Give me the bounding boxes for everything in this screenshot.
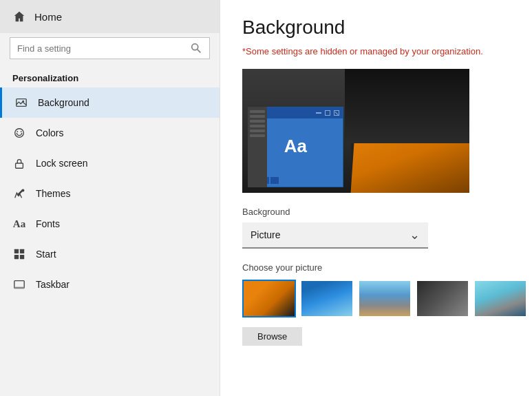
sidebar-item-lockscreen-label: Lock screen: [36, 158, 87, 169]
svg-point-3: [22, 101, 24, 103]
themes-icon: [12, 187, 26, 200]
svg-point-4: [15, 129, 24, 138]
sidebar-item-taskbar-label: Taskbar: [36, 279, 70, 290]
picture-grid: [242, 280, 510, 317]
sidebar-item-taskbar[interactable]: Taskbar: [0, 269, 220, 300]
search-icon: [190, 42, 202, 54]
sidebar-item-fonts[interactable]: Aa Fonts: [0, 209, 220, 239]
fonts-icon: Aa: [12, 217, 26, 231]
background-dropdown[interactable]: Picture ⌄: [242, 222, 428, 249]
main-content: Background *Some settings are hidden or …: [220, 0, 532, 396]
sidebar-item-fonts-label: Fonts: [36, 218, 60, 229]
svg-point-0: [192, 44, 198, 50]
thumb-orange-img: [244, 281, 295, 316]
browse-button[interactable]: Browse: [242, 327, 302, 346]
sidebar-item-themes-label: Themes: [36, 188, 71, 199]
taskbar-icon: [12, 278, 26, 291]
section-title: Personalization: [0, 66, 220, 87]
svg-rect-7: [16, 163, 23, 168]
sidebar-item-start-label: Start: [36, 249, 56, 260]
sidebar-item-colors[interactable]: Colors: [0, 118, 220, 148]
sidebar-item-start[interactable]: Start: [0, 239, 220, 269]
svg-line-1: [198, 50, 201, 53]
background-preview: Aa: [242, 69, 469, 193]
svg-point-8: [22, 189, 24, 191]
thumb-blue-img: [301, 281, 352, 316]
search-box[interactable]: [10, 37, 210, 59]
thumb-sky-img: [475, 281, 526, 316]
start-icon: [12, 247, 26, 261]
svg-rect-14: [14, 287, 24, 289]
colors-icon: [12, 126, 26, 140]
picture-thumb-2[interactable]: [300, 280, 354, 317]
background-field-label: Background: [242, 207, 510, 217]
lockscreen-icon: [12, 156, 26, 170]
svg-rect-12: [20, 255, 24, 259]
svg-point-5: [17, 131, 18, 132]
sidebar-item-lockscreen[interactable]: Lock screen: [0, 148, 220, 178]
sidebar-item-background-label: Background: [38, 97, 89, 108]
svg-rect-9: [14, 249, 19, 253]
sidebar-item-background[interactable]: Background: [0, 87, 220, 118]
search-input[interactable]: [17, 43, 184, 54]
background-icon: [14, 96, 28, 110]
sidebar: Home Personalization Background: [0, 0, 220, 396]
thumb-dark-img: [417, 281, 468, 316]
svg-rect-10: [20, 249, 24, 253]
warning-text: *Some settings are hidden or managed by …: [242, 45, 490, 58]
dropdown-value: Picture: [251, 229, 281, 240]
page-title: Background: [242, 17, 510, 39]
chevron-down-icon: ⌄: [409, 227, 420, 242]
svg-point-6: [21, 131, 22, 132]
picture-thumb-5[interactable]: [474, 280, 527, 317]
sidebar-item-themes[interactable]: Themes: [0, 178, 220, 209]
choose-picture-label: Choose your picture: [242, 262, 510, 273]
picture-thumb-4[interactable]: [416, 280, 469, 317]
thumb-coast-img: [359, 281, 410, 316]
svg-rect-11: [14, 255, 19, 259]
home-icon: [12, 10, 26, 23]
picture-thumb-3[interactable]: [358, 280, 412, 317]
sidebar-item-colors-label: Colors: [36, 127, 63, 138]
sidebar-item-home[interactable]: Home: [0, 0, 220, 33]
picture-thumb-1[interactable]: [242, 280, 296, 317]
home-label: Home: [34, 11, 62, 23]
